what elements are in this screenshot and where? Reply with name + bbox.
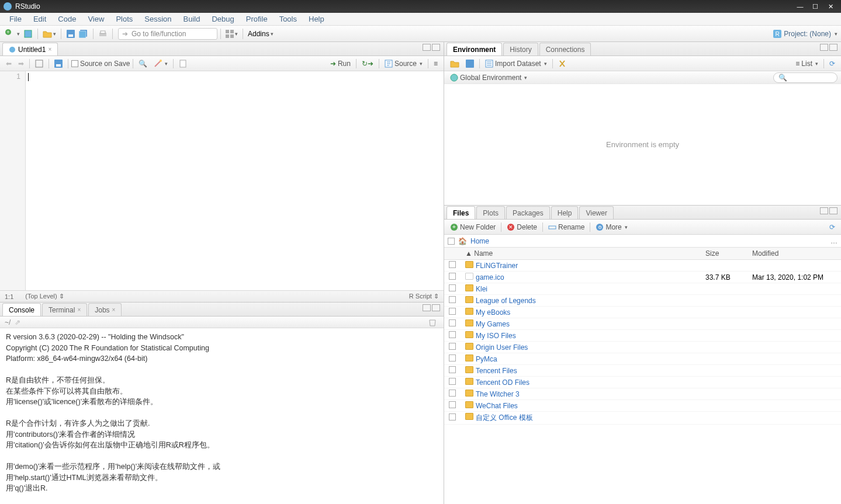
file-name[interactable]: League of Legends — [461, 295, 701, 307]
clear-console-button[interactable] — [426, 317, 439, 328]
col-modified[interactable]: Modified — [747, 248, 841, 260]
tab-jobs[interactable]: Jobs× — [88, 303, 122, 316]
run-button[interactable]: ➜ Run — [328, 58, 353, 69]
import-dataset-button[interactable]: Import Dataset▾ — [483, 58, 549, 69]
file-name[interactable]: 自定义 Office 模板 — [461, 412, 701, 425]
menu-code[interactable]: Code — [52, 15, 82, 23]
rename-button[interactable]: Rename — [546, 221, 587, 233]
tab-help[interactable]: Help — [551, 206, 579, 219]
select-all-checkbox[interactable] — [448, 238, 455, 245]
file-name[interactable]: My eBooks — [461, 307, 701, 318]
pane-maximize-button[interactable] — [432, 304, 440, 311]
file-row[interactable]: My ISO Files — [444, 330, 841, 342]
pane-minimize-button[interactable] — [820, 207, 828, 214]
breadcrumb-more-icon[interactable]: … — [830, 237, 837, 245]
outline-button[interactable]: ≡ — [431, 58, 440, 69]
file-row[interactable]: FLiNGTrainer — [444, 260, 841, 272]
file-name[interactable]: Origin User Files — [461, 342, 701, 353]
tab-viewer[interactable]: Viewer — [579, 206, 613, 219]
wand-button[interactable]: ▾ — [151, 58, 170, 69]
source-tab[interactable]: Untitled1 × — [2, 43, 58, 55]
new-file-button[interactable]: +▾ — [4, 27, 22, 40]
tab-plots[interactable]: Plots — [476, 206, 505, 219]
file-row[interactable]: game.ico33.7 KBMar 13, 2020, 1:02 PM — [444, 272, 841, 283]
load-workspace-button[interactable] — [448, 58, 462, 69]
file-checkbox[interactable] — [449, 331, 456, 338]
file-row[interactable]: League of Legends — [444, 295, 841, 307]
menu-edit[interactable]: Edit — [27, 15, 52, 23]
file-name[interactable]: The Witcher 3 — [461, 388, 701, 400]
file-checkbox[interactable] — [449, 273, 456, 280]
scope-selector[interactable]: (Top Level) ⇕ — [25, 293, 64, 300]
file-checkbox[interactable] — [449, 284, 456, 291]
file-name[interactable]: WeChat Files — [461, 400, 701, 412]
tab-environment[interactable]: Environment — [447, 43, 502, 55]
code-editor[interactable]: 1 — [0, 71, 444, 290]
pane-minimize-button[interactable] — [423, 304, 431, 311]
back-button[interactable]: ⬅ — [4, 58, 14, 69]
menu-session[interactable]: Session — [139, 15, 177, 23]
file-row[interactable]: My Games — [444, 318, 841, 330]
open-file-button[interactable]: ▾ — [41, 27, 58, 40]
source-on-save-checkbox[interactable] — [71, 60, 78, 67]
goto-file-input[interactable]: ➔Go to file/function — [118, 28, 217, 40]
file-checkbox[interactable] — [449, 378, 456, 385]
more-button[interactable]: ⚙More▾ — [593, 221, 629, 233]
file-checkbox[interactable] — [449, 366, 456, 373]
file-checkbox[interactable] — [449, 413, 456, 420]
delete-file-button[interactable]: ✕Delete — [504, 221, 539, 233]
clear-env-button[interactable] — [556, 58, 569, 69]
col-name[interactable]: ▲ Name — [461, 248, 701, 260]
menu-build[interactable]: Build — [178, 15, 206, 23]
rerun-button[interactable]: ↻➜ — [359, 58, 376, 69]
pane-maximize-button[interactable] — [432, 44, 440, 51]
col-size[interactable]: Size — [701, 248, 747, 260]
console-popout-icon[interactable]: ⇗ — [12, 317, 23, 328]
file-name[interactable]: PyMca — [461, 353, 701, 365]
file-checkbox[interactable] — [449, 319, 456, 326]
breadcrumb-home[interactable]: Home — [470, 237, 489, 245]
home-icon[interactable]: 🏠 — [458, 237, 467, 245]
file-name[interactable]: Tencent Files — [461, 365, 701, 377]
menu-plots[interactable]: Plots — [110, 15, 139, 23]
code-area[interactable] — [26, 71, 444, 290]
tab-console[interactable]: Console — [2, 303, 41, 316]
save-source-button[interactable] — [52, 58, 65, 69]
file-checkbox[interactable] — [449, 354, 456, 362]
console-output[interactable]: R version 3.6.3 (2020-02-29) -- "Holding… — [0, 328, 444, 504]
pane-minimize-button[interactable] — [820, 44, 828, 51]
close-button[interactable]: ✕ — [823, 1, 837, 12]
file-name[interactable]: FLiNGTrainer — [461, 260, 701, 272]
file-checkbox[interactable] — [449, 343, 456, 350]
file-name[interactable]: My Games — [461, 318, 701, 330]
tab-connections[interactable]: Connections — [539, 43, 591, 55]
file-name[interactable]: My ISO Files — [461, 330, 701, 342]
file-checkbox[interactable] — [449, 296, 456, 303]
close-tab-icon[interactable]: × — [112, 307, 116, 313]
new-project-button[interactable] — [22, 27, 34, 40]
forward-button[interactable]: ➡ — [16, 58, 26, 69]
file-name[interactable]: Tencent OD Files — [461, 377, 701, 388]
source-button[interactable]: Source▾ — [382, 58, 425, 69]
tab-terminal[interactable]: Terminal× — [42, 303, 87, 316]
env-search-input[interactable]: 🔍 — [773, 72, 837, 83]
grid-button[interactable]: ▾ — [224, 27, 240, 40]
file-name[interactable]: Klei — [461, 283, 701, 295]
pane-minimize-button[interactable] — [423, 44, 431, 51]
file-row[interactable]: WeChat Files — [444, 400, 841, 412]
file-row[interactable]: PyMca — [444, 353, 841, 365]
addins-button[interactable]: Addins▾ — [246, 27, 275, 40]
file-row[interactable]: 自定义 Office 模板 — [444, 412, 841, 425]
new-folder-button[interactable]: +New Folder — [448, 221, 498, 233]
list-view-button[interactable]: ≡ List▾ — [793, 58, 821, 69]
refresh-env-button[interactable]: ⟳ — [827, 58, 837, 69]
refresh-files-button[interactable]: ⟳ — [827, 221, 837, 233]
save-workspace-button[interactable] — [463, 58, 476, 69]
file-checkbox[interactable] — [449, 261, 456, 268]
project-menu[interactable]: RProject: (None)▾ — [773, 30, 837, 38]
file-row[interactable]: Tencent OD Files — [444, 377, 841, 388]
compile-report-button[interactable] — [176, 58, 189, 69]
file-checkbox[interactable] — [449, 390, 456, 397]
find-button[interactable]: 🔍 — [136, 58, 150, 69]
tab-history[interactable]: History — [503, 43, 538, 55]
